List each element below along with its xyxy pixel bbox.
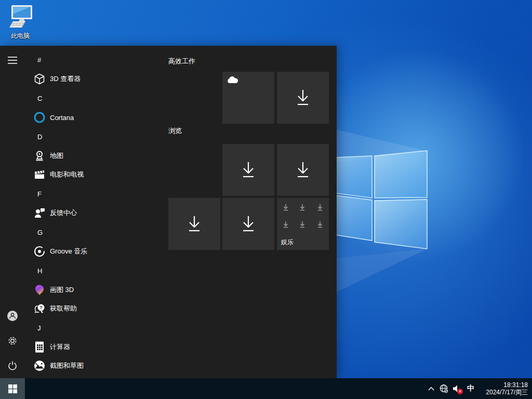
start-button[interactable] bbox=[0, 378, 25, 399]
download-arrow-icon bbox=[316, 220, 324, 229]
user-account-button[interactable] bbox=[0, 303, 25, 328]
app-label: 电影和电视 bbox=[50, 170, 84, 179]
desktop-icon-label: 此电脑 bbox=[4, 32, 36, 41]
app-item-movies-tv[interactable]: 电影和电视 bbox=[25, 165, 168, 184]
app-item-calculator[interactable]: 计算器 bbox=[25, 338, 168, 356]
feedback-hub-icon bbox=[33, 207, 46, 219]
snip-sketch-icon bbox=[33, 360, 46, 372]
app-label: 计算器 bbox=[50, 342, 70, 352]
power-icon bbox=[7, 361, 18, 371]
windows-start-icon bbox=[8, 384, 17, 393]
maps-icon bbox=[33, 150, 46, 162]
start-menu-rail bbox=[0, 46, 25, 378]
download-arrow-icon bbox=[282, 220, 290, 229]
download-arrow-icon bbox=[282, 203, 290, 211]
network-status-button[interactable] bbox=[437, 378, 450, 399]
tile-onedrive[interactable] bbox=[222, 72, 274, 124]
tile-pending-download[interactable] bbox=[277, 144, 329, 196]
settings-button[interactable] bbox=[0, 328, 25, 353]
tile-group-title[interactable]: 高效工作 bbox=[168, 57, 195, 66]
user-avatar-icon bbox=[7, 310, 18, 322]
tray-overflow-button[interactable] bbox=[424, 378, 437, 399]
cortana-icon bbox=[33, 111, 46, 124]
tile-group-title[interactable]: 浏览 bbox=[168, 126, 182, 136]
app-item-cortana[interactable]: Cortana bbox=[25, 108, 168, 127]
globe-no-internet-icon bbox=[439, 384, 449, 394]
app-item-feedback-hub[interactable]: 反馈中心 bbox=[25, 204, 168, 222]
section-letter[interactable]: F bbox=[25, 184, 168, 204]
section-letter[interactable]: G bbox=[25, 222, 168, 242]
desktop-icon-this-pc[interactable]: 此电脑 bbox=[4, 4, 36, 41]
app-item-paint-3d[interactable]: 画图 3D bbox=[25, 281, 168, 299]
start-tiles-panel: 高效工作 浏览 bbox=[168, 46, 332, 378]
tile-pending-download[interactable] bbox=[277, 72, 329, 124]
app-label: 3D 查看器 bbox=[50, 74, 81, 84]
chevron-up-icon bbox=[428, 386, 435, 391]
app-item-get-help[interactable]: ? 获取帮助 bbox=[25, 299, 168, 318]
taskbar-clock[interactable]: 18:31:18 2024/7/17/周三 bbox=[478, 381, 532, 396]
app-item-snip-sketch[interactable]: 截图和草图 bbox=[25, 356, 168, 375]
download-arrow-icon bbox=[298, 220, 307, 229]
app-item-3d-viewer[interactable]: 3D 查看器 bbox=[25, 70, 168, 88]
app-label: 画图 3D bbox=[50, 285, 74, 295]
onedrive-cloud-icon bbox=[227, 76, 238, 84]
clock-time: 18:31:18 bbox=[480, 381, 528, 389]
paint-3d-icon bbox=[33, 284, 46, 296]
section-letter[interactable]: H bbox=[25, 261, 168, 281]
all-apps-list: # 3D 查看器 C Cortana bbox=[25, 46, 168, 378]
download-arrow-icon bbox=[316, 203, 324, 211]
screen: 此电脑 bbox=[0, 0, 532, 399]
movies-tv-icon bbox=[33, 168, 46, 181]
tile-pending-download[interactable] bbox=[168, 198, 220, 250]
hamburger-menu-icon bbox=[7, 56, 18, 64]
clock-date: 2024/7/17/周三 bbox=[480, 389, 528, 396]
tile-folder-label: 娱乐 bbox=[281, 238, 294, 247]
this-pc-icon bbox=[7, 4, 34, 29]
app-label: 地图 bbox=[50, 151, 63, 161]
expand-menu-button[interactable] bbox=[0, 48, 25, 73]
3d-viewer-icon bbox=[33, 73, 46, 85]
tile-pending-download[interactable] bbox=[222, 144, 274, 196]
app-item-groove-music[interactable]: Groove 音乐 bbox=[25, 242, 168, 261]
volume-button[interactable]: ✕ bbox=[450, 378, 463, 399]
taskbar: ✕ 中 18:31:18 2024/7/17/周三 bbox=[0, 378, 532, 399]
download-arrow-icon bbox=[238, 214, 259, 234]
app-item-maps[interactable]: 地图 bbox=[25, 147, 168, 165]
download-arrow-icon bbox=[184, 214, 205, 234]
section-letter[interactable]: J bbox=[25, 318, 168, 338]
app-label: 获取帮助 bbox=[50, 304, 77, 313]
app-label: 截图和草图 bbox=[50, 361, 84, 370]
get-help-icon: ? bbox=[33, 302, 46, 315]
app-label: 反馈中心 bbox=[50, 208, 77, 218]
groove-music-icon bbox=[33, 245, 46, 258]
app-label: Groove 音乐 bbox=[50, 247, 87, 256]
download-arrow-icon bbox=[292, 87, 313, 108]
download-arrow-icon bbox=[292, 159, 313, 180]
settings-gear-icon bbox=[7, 336, 18, 346]
app-label: Cortana bbox=[50, 114, 74, 122]
download-arrow-icon bbox=[298, 203, 307, 211]
system-tray: ✕ 中 18:31:18 2024/7/17/周三 bbox=[424, 378, 532, 399]
tile-folder-entertainment[interactable]: 娱乐 bbox=[277, 198, 329, 250]
power-button[interactable] bbox=[0, 353, 25, 378]
start-menu: # 3D 查看器 C Cortana bbox=[0, 46, 337, 378]
section-letter[interactable]: # bbox=[25, 50, 168, 70]
svg-text:?: ? bbox=[39, 304, 43, 310]
ime-indicator[interactable]: 中 bbox=[463, 378, 478, 399]
calculator-icon bbox=[33, 341, 46, 353]
tile-pending-download[interactable] bbox=[222, 198, 274, 250]
section-letter[interactable]: D bbox=[25, 127, 168, 147]
download-arrow-icon bbox=[238, 159, 259, 180]
section-letter[interactable]: C bbox=[25, 88, 168, 108]
mute-badge: ✕ bbox=[457, 389, 463, 394]
